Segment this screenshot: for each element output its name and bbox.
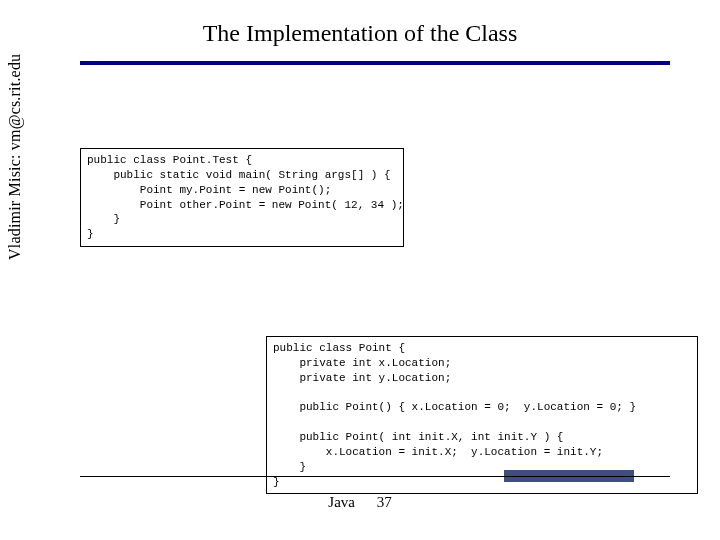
slide-footer: Java 37 bbox=[0, 494, 720, 511]
title-divider bbox=[80, 61, 670, 65]
code-block-pointtest: public class Point.Test { public static … bbox=[80, 148, 404, 247]
footer-page-number: 37 bbox=[377, 494, 392, 511]
footer-divider bbox=[80, 476, 670, 477]
author-sidebar: Vladimir Misic: vm@cs.rit.edu bbox=[6, 0, 24, 260]
slide-title: The Implementation of the Class bbox=[0, 0, 720, 61]
footer-label: Java bbox=[328, 494, 355, 510]
